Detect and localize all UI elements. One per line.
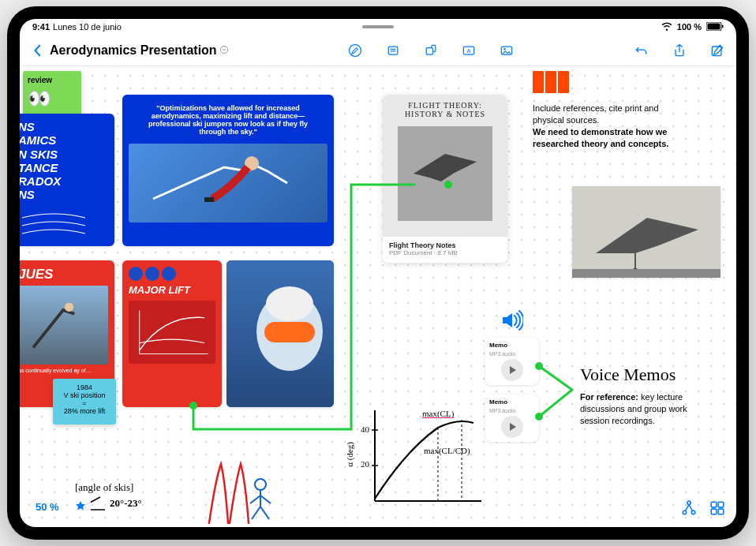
- svg-rect-26: [572, 269, 720, 278]
- status-time: 9:41: [32, 22, 50, 32]
- red-card-body: as continually evolved ay of…: [20, 368, 108, 373]
- compose-button[interactable]: [709, 43, 725, 58]
- svg-point-45: [687, 501, 691, 504]
- svg-point-4: [349, 44, 361, 56]
- board-title-button[interactable]: Aerodynamics Presentation: [50, 43, 228, 58]
- svg-point-3: [220, 46, 227, 53]
- angle-label: [angle of skis]: [75, 481, 142, 494]
- freeform-canvas[interactable]: review 👀 NS AMICS N SKIS TANCE RADOX NS …: [20, 66, 736, 527]
- svg-rect-20: [264, 322, 315, 342]
- document-thumbnail: FLIGHT THEORY: HISTORY & NOTES: [383, 95, 507, 237]
- sticky-review-label: review: [28, 76, 77, 84]
- svg-point-16: [65, 303, 73, 312]
- back-button[interactable]: [31, 44, 43, 57]
- sticky-note-review[interactable]: review 👀: [23, 71, 81, 118]
- svg-rect-5: [388, 47, 398, 54]
- red-skier-photo: [20, 286, 108, 365]
- share-button[interactable]: [672, 43, 687, 58]
- battery-icon: [706, 22, 724, 32]
- glider-book-image: [398, 126, 492, 221]
- lift-graph-image: [129, 301, 215, 364]
- chart-tick-40: 40: [361, 424, 369, 434]
- audio-memo-card-2[interactable]: Memo MP3 audio: [485, 395, 539, 442]
- angle-value: 20°-23°: [110, 497, 142, 510]
- chart-annotation-maxclcd: max(CL/CD): [424, 446, 470, 455]
- major-lift-title: MAJOR LIFT: [129, 284, 215, 296]
- red-card-title: JUES: [20, 267, 108, 282]
- skier-quote-text: "Optimizations have allowed for increase…: [129, 101, 327, 139]
- mini-skier-icon: [162, 267, 176, 281]
- svg-line-39: [252, 507, 260, 519]
- skier-closeup-image: [226, 260, 334, 407]
- chart-tick-20: 20: [361, 459, 369, 469]
- play-button[interactable]: [501, 359, 523, 381]
- svg-line-38: [260, 496, 271, 503]
- sticky-note-1984[interactable]: 1984 V ski position = 28% more lift: [53, 379, 116, 424]
- zoom-level-button[interactable]: 50 %: [31, 499, 64, 515]
- speaker-icon: [498, 308, 523, 336]
- battery-percent: 100 %: [677, 22, 702, 32]
- zoom-controls: 50 %: [31, 498, 91, 516]
- eyes-emoji: 👀: [28, 88, 77, 110]
- svg-rect-51: [718, 502, 724, 507]
- svg-rect-8: [426, 47, 432, 54]
- grid-view-button[interactable]: [709, 500, 725, 516]
- blue-stickfigure-sketch[interactable]: [241, 475, 280, 525]
- nodes-view-button[interactable]: [681, 500, 697, 516]
- status-date: Lunes 10 de junio: [53, 22, 122, 32]
- chevron-down-icon: [220, 46, 228, 55]
- slide-card-skier-quote[interactable]: "Optimizations have allowed for increase…: [122, 95, 334, 246]
- audio-memo-card-1[interactable]: Memo MP3 audio: [485, 338, 539, 385]
- favorite-button[interactable]: [70, 498, 91, 516]
- sticky-note-button[interactable]: [385, 43, 401, 58]
- play-button[interactable]: [501, 416, 523, 438]
- document-card-flight-theory[interactable]: FLIGHT THEORY: HISTORY & NOTES Flight Th…: [383, 95, 507, 263]
- references-text-block[interactable]: Include references, cite print and physi…: [533, 103, 691, 149]
- svg-line-40: [260, 507, 269, 519]
- voice-memos-text[interactable]: For reference: key lecture discussions a…: [580, 391, 714, 427]
- ipad-frame: 9:41 Lunes 10 de junio 100 %: [7, 6, 749, 540]
- screen: 9:41 Lunes 10 de junio 100 %: [20, 19, 736, 527]
- document-name: Flight Theory Notes: [389, 241, 501, 249]
- lift-curve-sketch[interactable]: α (deg) 40 20 max(CL) max(CL/CD): [351, 402, 485, 513]
- svg-rect-52: [711, 509, 717, 514]
- wifi-icon: [661, 21, 672, 32]
- svg-rect-53: [718, 509, 724, 514]
- svg-point-12: [503, 48, 506, 50]
- slide-card-skier-closeup[interactable]: [226, 260, 334, 407]
- svg-rect-1: [708, 23, 720, 29]
- mini-skier-icon: [129, 267, 143, 281]
- slide-card-aerodynamics-title[interactable]: NS AMICS N SKIS TANCE RADOX NS: [20, 114, 114, 246]
- svg-text:A: A: [466, 47, 470, 54]
- app-toolbar: Aerodynamics Presentation A: [20, 35, 736, 66]
- multitasking-pill[interactable]: [362, 25, 394, 28]
- svg-point-35: [255, 479, 266, 490]
- voice-memos-title[interactable]: Voice Memos: [580, 365, 676, 385]
- board-title-label: Aerodynamics Presentation: [50, 43, 217, 58]
- chart-annotation-maxcl: max(CL): [422, 409, 454, 418]
- svg-rect-2: [722, 24, 724, 28]
- svg-line-37: [250, 496, 260, 503]
- svg-line-48: [686, 505, 689, 511]
- document-subtitle: PDF Document · 8.7 MB: [389, 249, 501, 256]
- pen-tool-button[interactable]: [347, 43, 363, 58]
- mini-skier-icon: [145, 267, 159, 281]
- undo-button[interactable]: [634, 43, 649, 58]
- svg-rect-15: [204, 197, 214, 202]
- books-icon: [533, 71, 572, 96]
- media-button[interactable]: [499, 43, 515, 58]
- textbox-button[interactable]: A: [461, 43, 477, 58]
- shape-button[interactable]: [423, 43, 439, 58]
- view-controls: [681, 500, 725, 516]
- svg-line-49: [689, 505, 692, 511]
- slide-card-major-lift[interactable]: MAJOR LIFT: [122, 260, 222, 407]
- svg-point-46: [683, 510, 686, 514]
- chart-ylabel: α (deg): [345, 442, 354, 467]
- svg-point-21: [266, 286, 313, 321]
- ski-jumper-image: [129, 144, 327, 223]
- status-bar: 9:41 Lunes 10 de junio 100 %: [20, 19, 736, 35]
- glider-photo[interactable]: [572, 186, 720, 278]
- svg-point-47: [691, 510, 694, 514]
- svg-rect-50: [711, 502, 717, 507]
